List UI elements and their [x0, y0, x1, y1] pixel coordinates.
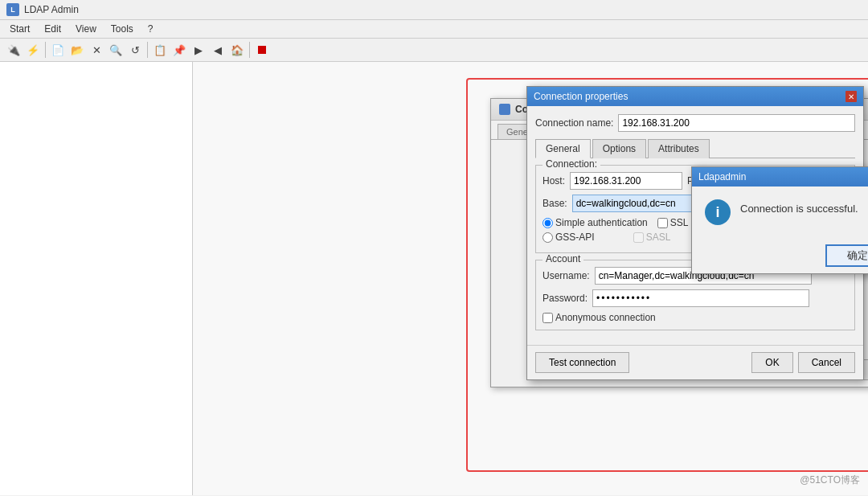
menu-edit[interactable]: Edit	[38, 22, 68, 36]
menu-tools[interactable]: Tools	[104, 22, 140, 36]
search-button[interactable]: 🔍	[107, 41, 125, 59]
sasl-checkbox-label[interactable]: SASL	[633, 232, 671, 243]
password-label: Password:	[542, 293, 588, 304]
app-icon: L	[6, 3, 19, 16]
refresh-button[interactable]: ↺	[126, 41, 144, 59]
new-button[interactable]: 📄	[49, 41, 67, 59]
anon-conn-row: Anonymous connection	[542, 312, 848, 323]
app-title: LDAP Admin	[24, 4, 79, 15]
ok-button[interactable]: OK	[751, 352, 792, 373]
sasl-checkbox	[633, 232, 644, 243]
info-message: Connection is successful.	[740, 199, 858, 215]
menu-help[interactable]: ?	[141, 22, 160, 36]
title-bar: L LDAP Admin	[0, 0, 868, 20]
connect-button[interactable]: 🔌	[5, 41, 23, 59]
host-input[interactable]	[570, 172, 682, 190]
disconnect-button[interactable]: ⚡	[24, 41, 42, 59]
password-input[interactable]	[592, 289, 809, 307]
stop-button[interactable]: ⏹	[253, 41, 271, 59]
gssapi-radio-label[interactable]: GSS-API	[542, 232, 595, 243]
simple-auth-radio-label[interactable]: Simple authentication	[542, 217, 648, 228]
simple-auth-radio[interactable]	[542, 218, 553, 228]
info-dialog-titlebar: Ldapadmin ✕	[692, 167, 868, 187]
conn-name-label: Connection name:	[535, 117, 613, 129]
menu-view[interactable]: View	[69, 22, 103, 36]
conn-props-title: Connection properties	[534, 91, 628, 102]
tab-options[interactable]: Options	[592, 139, 646, 158]
toolbar-sep-2	[147, 42, 148, 58]
forward-button[interactable]: ▶	[190, 41, 207, 59]
username-label: Username:	[542, 270, 590, 281]
ssl-checkbox-label[interactable]: SSL	[657, 217, 689, 228]
account-group-label: Account	[542, 253, 583, 264]
cancel-button[interactable]: Cancel	[798, 352, 855, 373]
home-button[interactable]: 🏠	[228, 41, 246, 59]
info-dialog-button-row: 确定	[692, 238, 868, 273]
conn-name-input[interactable]	[618, 114, 855, 132]
conn-props-close-button[interactable]: ✕	[845, 91, 857, 102]
gssapi-radio[interactable]	[542, 232, 553, 243]
conn-bg-icon	[499, 104, 510, 115]
conn-name-row: Connection name:	[535, 114, 855, 132]
base-label: Base:	[542, 198, 567, 209]
menu-bar: Start Edit View Tools ?	[0, 20, 868, 39]
open-button[interactable]: 📂	[68, 41, 86, 59]
tab-attributes[interactable]: Attributes	[648, 139, 710, 158]
anon-conn-checkbox[interactable]	[542, 313, 553, 323]
anon-conn-checkbox-label[interactable]: Anonymous connection	[542, 312, 848, 323]
dialog-tabs-row: General Options Attributes	[535, 138, 855, 158]
host-label: Host:	[542, 175, 565, 187]
left-panel	[0, 62, 193, 495]
toolbar-sep-1	[45, 42, 46, 58]
copy-button[interactable]: 📋	[151, 41, 169, 59]
menu-start[interactable]: Start	[3, 22, 36, 36]
connection-group-label: Connection:	[542, 158, 600, 170]
paste-button[interactable]: 📌	[170, 41, 188, 59]
info-dialog-title-text: Ldapadmin	[698, 171, 746, 182]
tab-general[interactable]: General	[535, 139, 591, 158]
toolbar: 🔌 ⚡ 📄 📂 ✕ 🔍 ↺ 📋 📌 ▶ ◀ 🏠 ⏹	[0, 39, 868, 62]
delete-button[interactable]: ✕	[88, 41, 105, 59]
toolbar-sep-3	[249, 42, 250, 58]
back-button[interactable]: ◀	[209, 41, 227, 59]
dialog-button-row: Test connection OK Cancel	[527, 345, 863, 379]
test-connection-button[interactable]: Test connection	[535, 352, 629, 373]
info-icon: i	[705, 199, 731, 225]
conn-props-titlebar: Connection properties ✕	[527, 87, 863, 106]
watermark: @51CTO博客	[800, 473, 860, 487]
main-area: Conn... ✕ General Options Attributes Can…	[0, 62, 868, 495]
ssl-checkbox[interactable]	[657, 218, 668, 228]
right-panel: Conn... ✕ General Options Attributes Can…	[193, 62, 868, 495]
password-row: Password:	[542, 289, 848, 307]
confirm-button[interactable]: 确定	[825, 244, 868, 267]
ldapadmin-info-dialog: Ldapadmin ✕ i Connection is successful. …	[691, 166, 868, 274]
info-dialog-body: i Connection is successful.	[692, 187, 868, 238]
